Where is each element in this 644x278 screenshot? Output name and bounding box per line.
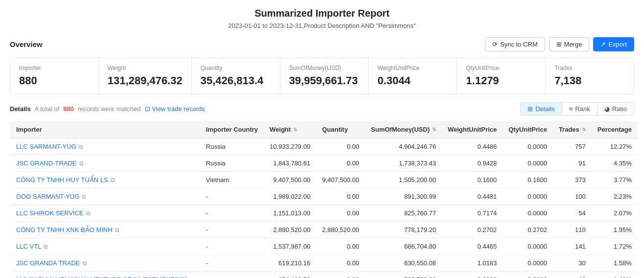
sync-to-crm-button[interactable]: ⟳ Sync to CRM	[485, 37, 545, 51]
qup-cell: 0.0000	[503, 139, 553, 155]
col-qtyunitprice: QtyUnitPrice	[503, 121, 553, 139]
copy-icon[interactable]: ⧉	[82, 193, 86, 200]
importer-cell: LLC VTL⧉	[10, 238, 200, 255]
sum-cell: 778,179.20	[365, 222, 442, 238]
table-row: JSC GRAND-TRADE⧉Russia1,843,780.610.001,…	[10, 155, 638, 172]
importer-link[interactable]: JSC GRAND-TRADE⧉	[16, 160, 194, 167]
importer-link[interactable]: OOO SARMANT-YUG⧉	[16, 193, 194, 200]
importer-cell: CÔNG TY TNHH HUY TUẤN LS⧉	[10, 172, 200, 188]
wup-cell: 0.4481	[442, 188, 503, 205]
table-row: "AO ""ARVIAY (RUSSIAN VENTURE OF INVESTM…	[10, 272, 638, 278]
copy-icon[interactable]: ⧉	[44, 243, 48, 250]
merge-button[interactable]: ⊞ Merge	[549, 37, 590, 51]
importer-link[interactable]: LLC VTL⧉	[16, 243, 194, 250]
importer-cell: JSC GRANDA TRADE⧉	[10, 255, 200, 272]
pct-cell: 3.77%	[592, 172, 638, 188]
weight-cell: 1,537,987.00	[264, 238, 316, 255]
copy-icon[interactable]: ⧉	[190, 277, 194, 278]
quantity-cell: 0.00	[316, 155, 365, 172]
stat-label: QtyUnitPrice	[466, 65, 536, 71]
stat-value: 131,289,476.32	[108, 74, 183, 87]
weight-cell: 2,880,520.00	[264, 222, 316, 238]
stat-card: Quantity 35,426,813.4	[192, 58, 280, 94]
stat-card: Importer 880	[10, 58, 99, 94]
importer-cell: LLC SHIROK SERVICE⧉	[10, 205, 200, 222]
data-table: ImporterImporter CountryWeight⇅QuantityS…	[10, 120, 638, 278]
col-trades: Trades⇅	[553, 121, 592, 139]
country-cell: -	[200, 188, 264, 205]
stat-card: QtyUnitPrice 1.1279	[457, 58, 546, 94]
copy-icon[interactable]: ⧉	[86, 210, 91, 217]
country-cell: Vietnam	[200, 172, 264, 188]
col-quantity: Quantity	[316, 121, 365, 139]
quantity-cell: 0.00	[316, 139, 365, 155]
copy-icon[interactable]: ⧉	[79, 143, 83, 150]
sort-icon[interactable]: ⇅	[432, 127, 436, 132]
weight-cell: 619,210.16	[264, 255, 316, 272]
qup-cell: 0.0000	[503, 188, 553, 205]
details-matched-text: records were matched	[78, 105, 141, 113]
weight-cell: 1,843,780.61	[264, 155, 316, 172]
sum-cell: 4,904,246.76	[365, 139, 442, 155]
ratio-tab-icon: ◕	[604, 105, 610, 113]
trades-cell: 110	[553, 222, 592, 238]
importer-link[interactable]: "AO ""ARVIAY (RUSSIAN VENTURE OF INVESTM…	[16, 276, 194, 278]
pct-cell: 4.35%	[592, 155, 638, 172]
table-row: CÔNG TY TNHH XNK BẢO MINH⧉-2,880,520.002…	[10, 222, 638, 238]
copy-icon[interactable]: ⧉	[111, 177, 115, 184]
importer-link[interactable]: CÔNG TY TNHH XNK BẢO MINH⧉	[16, 226, 194, 233]
copy-icon[interactable]: ⧉	[115, 227, 119, 233]
importer-link[interactable]: JSC GRANDA TRADE⧉	[16, 259, 194, 267]
pct-cell: 12.27%	[592, 139, 638, 155]
details-tab-icon: ⊞	[528, 105, 533, 113]
pct-cell: 1.95%	[592, 222, 638, 238]
copy-icon[interactable]: ⧉	[83, 260, 87, 267]
copy-icon[interactable]: ⧉	[79, 160, 84, 167]
sort-icon[interactable]: ⇅	[293, 127, 297, 132]
stat-card: WeightUnitPrice 0.3044	[368, 58, 457, 94]
table-row: LLC SARMANT-YUG⧉Russia10,933,279.000.004…	[10, 139, 638, 155]
trades-cell: 54	[553, 205, 592, 222]
trades-cell: 91	[553, 155, 592, 172]
importer-cell: JSC GRAND-TRADE⧉	[10, 155, 200, 172]
qup-cell: 0.0000	[503, 238, 553, 255]
view-trade-records-link[interactable]: ⊡ View trade records	[145, 105, 205, 113]
weight-cell: 674,412.50	[264, 272, 316, 278]
export-button[interactable]: ↗ Export	[593, 37, 634, 51]
pct-cell: 1.58%	[592, 255, 638, 272]
wup-cell: 0.9428	[442, 155, 503, 172]
stat-value: 1.1279	[466, 74, 536, 87]
table-row: LLC SHIROK SERVICE⧉-1,151,013.000.00825,…	[10, 205, 638, 222]
importer-cell: OOO SARMANT-YUG⧉	[10, 188, 200, 205]
pct-cell: 2.07%	[592, 205, 638, 222]
importer-link[interactable]: CÔNG TY TNHH HUY TUẤN LS⧉	[16, 176, 194, 184]
stat-card: Trades 7,138	[546, 58, 634, 94]
qup-cell: 0.0000	[503, 155, 553, 172]
wup-cell: 0.2702	[442, 222, 503, 238]
qup-cell: 0.0000	[503, 255, 553, 272]
records-icon: ⊡	[145, 105, 150, 113]
country-cell: Russia	[200, 155, 264, 172]
stat-label: Quantity	[201, 65, 271, 71]
tab-ratio[interactable]: ◕ Ratio	[598, 103, 634, 115]
tab-rank[interactable]: ≡ Rank	[562, 103, 598, 115]
tab-details[interactable]: ⊞ Details	[521, 103, 562, 115]
sync-icon: ⟳	[492, 41, 498, 48]
stat-label: Weight	[108, 65, 183, 71]
details-label: Details	[10, 105, 31, 113]
stat-label: Trades	[554, 65, 625, 71]
wup-cell: 0.7174	[442, 205, 503, 222]
quantity-cell: 0.00	[316, 188, 365, 205]
col-importer: Importer	[10, 121, 200, 139]
importer-link[interactable]: LLC SHIROK SERVICE⧉	[16, 209, 194, 217]
qup-cell: 0.2702	[503, 222, 553, 238]
stat-label: WeightUnitPrice	[377, 65, 448, 71]
stat-value: 880	[19, 74, 90, 87]
sort-icon[interactable]: ⇅	[582, 127, 586, 132]
quantity-cell: 0.00	[316, 205, 365, 222]
importer-cell: LLC SARMANT-YUG⧉	[10, 139, 200, 155]
importer-link[interactable]: LLC SARMANT-YUG⧉	[16, 143, 194, 150]
sum-cell: 686,704.80	[365, 238, 442, 255]
col-weight: Weight⇅	[264, 121, 316, 139]
quantity-cell: 0.00	[316, 238, 365, 255]
